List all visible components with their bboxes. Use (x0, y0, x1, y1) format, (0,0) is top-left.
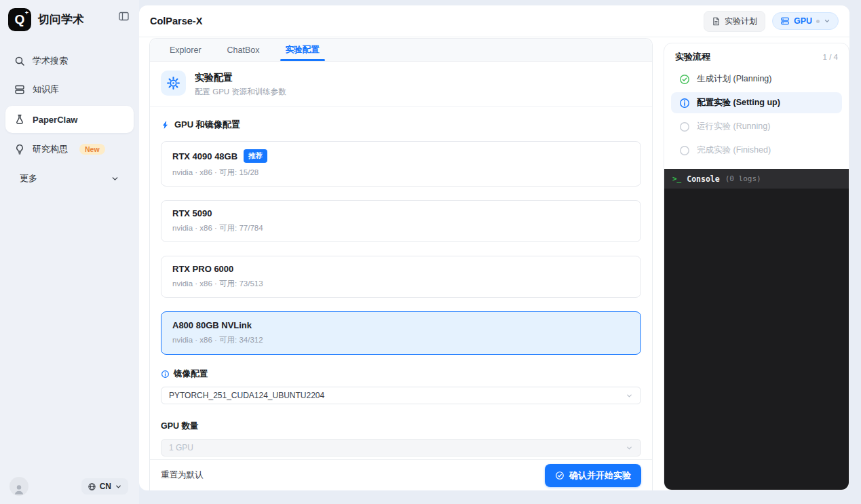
status-dot (816, 20, 820, 23)
step-setting-up: 配置实验 (Setting up) (671, 92, 842, 113)
page-title: ColParse-X (150, 16, 202, 26)
tab-label: 实验配置 (286, 44, 320, 56)
console-header: >_ Console (0 logs) (664, 169, 849, 189)
console-title: Console (687, 174, 719, 184)
step-planning: 生成计划 (Planning) (671, 69, 842, 90)
image-select[interactable]: PYTORCH_251_CUDA124_UBUNTU2204 (161, 387, 641, 404)
main-window: ColParse-X 实验计划 GPU (139, 5, 849, 490)
step-label: 运行实验 (Running) (697, 121, 770, 132)
document-icon (712, 17, 721, 26)
gpu-meta: nvidia · x86 · 可用: 34/312 (172, 335, 630, 345)
sidebar-item-label: 更多 (20, 172, 37, 185)
field-label-text: GPU 数量 (161, 421, 199, 432)
app-logo: Q + (8, 8, 31, 31)
gpu-count-label: GPU 数量 (161, 421, 641, 432)
info-circle-icon (679, 98, 690, 109)
language-selector[interactable]: CN (81, 478, 128, 495)
step-label: 完成实验 (Finished) (697, 144, 771, 156)
config-section-header: 实验配置 配置 GPU 资源和训练参数 (150, 62, 652, 107)
lightning-icon (161, 121, 170, 130)
step-running: 运行实验 (Running) (671, 116, 842, 137)
flask-icon (14, 114, 25, 125)
gpu-icon (780, 16, 790, 26)
gpu-name: RTX 5090 (172, 208, 212, 218)
reset-defaults-button[interactable]: 重置为默认 (161, 469, 204, 481)
config-title: 实验配置 (195, 71, 286, 84)
tab-label: Explorer (170, 45, 202, 55)
gear-icon (161, 71, 186, 96)
gpu-option-a800-selected[interactable]: A800 80GB NVLink nvidia · x86 · 可用: 34/3… (161, 311, 641, 355)
gpu-image-section-label: GPU 和镜像配置 (161, 119, 641, 131)
gpu-option-rtxpro6000[interactable]: RTX PRO 6000 nvidia · x86 · 可用: 73/513 (161, 256, 641, 298)
gpu-selector-button[interactable]: GPU (772, 12, 839, 30)
language-value: CN (100, 482, 111, 491)
gpu-meta: nvidia · x86 · 可用: 15/28 (172, 168, 630, 178)
flow-title: 实验流程 (675, 51, 710, 63)
config-form: GPU 和镜像配置 RTX 4090 48GB 推荐 nvidia · x86 … (150, 107, 652, 459)
flow-progress: 1 / 4 (823, 53, 838, 61)
gpu-selector-label: GPU (794, 16, 812, 26)
search-icon (14, 56, 25, 66)
chevron-down-icon (111, 174, 119, 183)
check-circle-icon (555, 471, 565, 480)
tab-experiment-config[interactable]: 实验配置 (273, 39, 332, 61)
logo-plus: + (25, 9, 28, 16)
chevron-down-icon (626, 444, 633, 452)
tab-label: ChatBox (227, 45, 260, 55)
terminal-prompt-icon: >_ (672, 174, 681, 183)
console-log-area (664, 189, 849, 490)
sidebar-collapse-icon[interactable] (118, 11, 130, 22)
sidebar-item-label: 学术搜索 (33, 55, 68, 67)
lightbulb-icon (14, 144, 25, 155)
sidebar-item-research-ideas[interactable]: 研究构思 New (5, 137, 134, 161)
chevron-down-icon (626, 392, 633, 400)
gpu-option-rtx4090[interactable]: RTX 4090 48GB 推荐 nvidia · x86 · 可用: 15/2… (161, 141, 641, 187)
console-log-count: (0 logs) (725, 174, 761, 183)
header-actions: 实验计划 GPU (704, 11, 839, 32)
step-label: 生成计划 (Planning) (697, 73, 771, 85)
sidebar-item-knowledge-base[interactable]: 知识库 (5, 77, 134, 102)
config-subtitle: 配置 GPU 资源和训练参数 (195, 87, 286, 97)
window-body: Explorer ChatBox 实验配置 (139, 37, 849, 490)
sidebar-header: Q + 切问学术 (0, 0, 139, 31)
config-footer: 重置为默认 确认并开始实验 (150, 459, 652, 490)
gpu-name: A800 80GB NVLink (172, 320, 252, 330)
section-label-text: GPU 和镜像配置 (174, 119, 240, 131)
confirm-start-button[interactable]: 确认并开始实验 (545, 464, 641, 487)
sidebar-item-label: PaperClaw (33, 115, 77, 125)
gpu-option-rtx5090[interactable]: RTX 5090 nvidia · x86 · 可用: 77/784 (161, 200, 641, 242)
experiment-config-panel: Explorer ChatBox 实验配置 (149, 38, 653, 490)
chevron-down-icon (115, 483, 122, 490)
app-root: Q + 切问学术 学术搜索 知识库 (0, 0, 861, 504)
gpu-count-value: 1 GPU (169, 443, 193, 452)
new-badge: New (79, 144, 105, 155)
sidebar-item-academic-search[interactable]: 学术搜索 (5, 49, 134, 73)
tab-explorer[interactable]: Explorer (157, 39, 214, 61)
flow-steps: 生成计划 (Planning) 配置实验 (Setting up) 运行实验 (… (664, 69, 849, 169)
empty-circle-icon (679, 145, 690, 156)
sidebar-footer: CN (0, 477, 139, 496)
user-avatar[interactable] (9, 477, 28, 496)
gpu-meta: nvidia · x86 · 可用: 77/784 (172, 223, 630, 233)
logo-glyph: Q (15, 13, 25, 26)
sidebar-item-more[interactable]: 更多 (11, 166, 128, 185)
config-header-texts: 实验配置 配置 GPU 资源和训练参数 (195, 71, 286, 97)
sidebar-item-label: 研究构思 (33, 143, 68, 155)
gpu-count-select[interactable]: 1 GPU (161, 439, 641, 457)
window-header: ColParse-X 实验计划 GPU (139, 5, 849, 37)
sidebar: Q + 切问学术 学术搜索 知识库 (0, 0, 139, 504)
check-circle-icon (679, 74, 690, 85)
experiment-flow-panel: 实验流程 1 / 4 生成计划 (Planning) 配置实验 ( (664, 43, 849, 490)
step-finished: 完成实验 (Finished) (671, 140, 842, 161)
sidebar-item-paperclaw[interactable]: PaperClaw (5, 106, 134, 133)
sidebar-item-label: 知识库 (33, 83, 59, 96)
recommended-badge: 推荐 (244, 149, 267, 163)
gpu-name: RTX 4090 48GB (172, 151, 237, 161)
console-panel: >_ Console (0 logs) (664, 169, 849, 490)
experiment-plan-button[interactable]: 实验计划 (704, 11, 765, 32)
experiment-plan-label: 实验计划 (725, 16, 757, 27)
image-config-label: 镜像配置 (161, 368, 641, 380)
tab-chatbox[interactable]: ChatBox (214, 39, 273, 61)
info-icon (161, 370, 170, 379)
chevron-down-icon (824, 18, 830, 24)
